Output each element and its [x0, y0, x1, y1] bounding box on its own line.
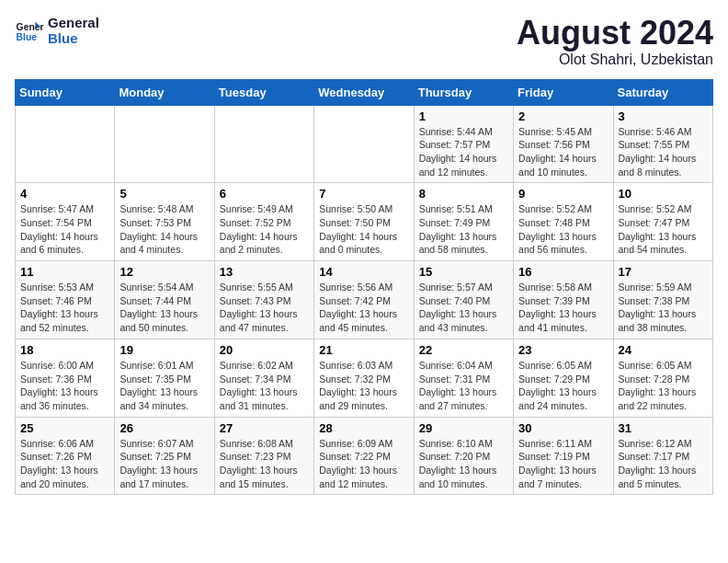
day-number: 30: [518, 421, 608, 435]
day-number: 13: [220, 265, 309, 279]
day-detail: Sunrise: 5:59 AMSunset: 7:38 PMDaylight:…: [619, 281, 708, 335]
day-cell: 24Sunrise: 6:05 AMSunset: 7:28 PMDayligh…: [613, 339, 712, 417]
weekday-header-saturday: Saturday: [613, 79, 712, 105]
day-cell: 13Sunrise: 5:55 AMSunset: 7:43 PMDayligh…: [214, 261, 313, 339]
day-cell: 4Sunrise: 5:47 AMSunset: 7:54 PMDaylight…: [16, 183, 115, 261]
day-number: 26: [119, 421, 209, 435]
day-cell: 11Sunrise: 5:53 AMSunset: 7:46 PMDayligh…: [16, 261, 115, 339]
day-detail: Sunrise: 5:54 AMSunset: 7:44 PMDaylight:…: [119, 281, 209, 335]
day-number: 2: [518, 109, 608, 123]
day-detail: Sunrise: 6:09 AMSunset: 7:22 PMDaylight:…: [319, 437, 408, 491]
day-detail: Sunrise: 5:44 AMSunset: 7:57 PMDaylight:…: [419, 125, 508, 179]
day-cell: 1Sunrise: 5:44 AMSunset: 7:57 PMDaylight…: [414, 105, 513, 183]
day-cell: 25Sunrise: 6:06 AMSunset: 7:26 PMDayligh…: [16, 417, 115, 495]
logo-line2: Blue: [48, 30, 99, 46]
day-cell: 5Sunrise: 5:48 AMSunset: 7:53 PMDaylight…: [115, 183, 214, 261]
day-number: 22: [419, 343, 508, 357]
day-number: 19: [119, 343, 209, 357]
location: Olot Shahri, Uzbekistan: [517, 52, 713, 68]
day-cell: 20Sunrise: 6:02 AMSunset: 7:34 PMDayligh…: [214, 339, 313, 417]
day-cell: 15Sunrise: 5:57 AMSunset: 7:40 PMDayligh…: [414, 261, 513, 339]
day-cell: 27Sunrise: 6:08 AMSunset: 7:23 PMDayligh…: [214, 417, 313, 495]
weekday-header-row: SundayMondayTuesdayWednesdayThursdayFrid…: [16, 79, 713, 105]
day-cell: 12Sunrise: 5:54 AMSunset: 7:44 PMDayligh…: [115, 261, 214, 339]
day-cell: 30Sunrise: 6:11 AMSunset: 7:19 PMDayligh…: [514, 417, 613, 495]
weekday-header-tuesday: Tuesday: [214, 79, 313, 105]
day-number: 24: [619, 343, 708, 357]
day-cell: 29Sunrise: 6:10 AMSunset: 7:20 PMDayligh…: [414, 417, 513, 495]
day-number: 23: [518, 343, 608, 357]
day-detail: Sunrise: 5:47 AMSunset: 7:54 PMDaylight:…: [20, 202, 109, 257]
week-row-4: 18Sunrise: 6:00 AMSunset: 7:36 PMDayligh…: [16, 339, 713, 417]
week-row-5: 25Sunrise: 6:06 AMSunset: 7:26 PMDayligh…: [16, 417, 713, 495]
day-detail: Sunrise: 6:11 AMSunset: 7:19 PMDaylight:…: [518, 437, 608, 491]
day-number: 9: [518, 187, 608, 201]
day-detail: Sunrise: 5:53 AMSunset: 7:46 PMDaylight:…: [20, 281, 109, 335]
day-detail: Sunrise: 5:49 AMSunset: 7:52 PMDaylight:…: [220, 202, 309, 257]
day-detail: Sunrise: 6:03 AMSunset: 7:32 PMDaylight:…: [319, 359, 408, 413]
week-row-1: 1Sunrise: 5:44 AMSunset: 7:57 PMDaylight…: [16, 105, 713, 183]
day-cell: 18Sunrise: 6:00 AMSunset: 7:36 PMDayligh…: [16, 339, 115, 417]
day-number: 7: [319, 187, 408, 201]
day-detail: Sunrise: 6:12 AMSunset: 7:17 PMDaylight:…: [619, 437, 708, 491]
weekday-header-friday: Friday: [514, 79, 613, 105]
day-cell: 17Sunrise: 5:59 AMSunset: 7:38 PMDayligh…: [613, 261, 712, 339]
logo-icon: General Blue: [15, 16, 44, 45]
day-number: 18: [20, 343, 109, 357]
day-cell: [16, 105, 115, 183]
svg-text:Blue: Blue: [17, 32, 38, 42]
day-number: 6: [220, 187, 309, 201]
weekday-header-sunday: Sunday: [16, 79, 115, 105]
day-detail: Sunrise: 5:52 AMSunset: 7:48 PMDaylight:…: [518, 202, 608, 257]
day-cell: 14Sunrise: 5:56 AMSunset: 7:42 PMDayligh…: [314, 261, 414, 339]
day-cell: 3Sunrise: 5:46 AMSunset: 7:55 PMDaylight…: [613, 105, 712, 183]
day-detail: Sunrise: 6:02 AMSunset: 7:34 PMDaylight:…: [220, 359, 309, 413]
day-number: 29: [419, 421, 508, 435]
day-cell: 26Sunrise: 6:07 AMSunset: 7:25 PMDayligh…: [115, 417, 214, 495]
day-cell: 10Sunrise: 5:52 AMSunset: 7:47 PMDayligh…: [613, 183, 712, 261]
day-detail: Sunrise: 5:45 AMSunset: 7:56 PMDaylight:…: [518, 125, 608, 179]
day-detail: Sunrise: 5:50 AMSunset: 7:50 PMDaylight:…: [319, 202, 408, 257]
day-number: 5: [119, 187, 209, 201]
week-row-2: 4Sunrise: 5:47 AMSunset: 7:54 PMDaylight…: [16, 183, 713, 261]
day-detail: Sunrise: 5:58 AMSunset: 7:39 PMDaylight:…: [518, 281, 608, 335]
day-detail: Sunrise: 5:56 AMSunset: 7:42 PMDaylight:…: [319, 281, 408, 335]
day-cell: 21Sunrise: 6:03 AMSunset: 7:32 PMDayligh…: [314, 339, 414, 417]
day-cell: 6Sunrise: 5:49 AMSunset: 7:52 PMDaylight…: [214, 183, 313, 261]
title-block: August 2024 Olot Shahri, Uzbekistan: [517, 15, 713, 68]
day-cell: [214, 105, 313, 183]
day-number: 17: [619, 265, 708, 279]
day-detail: Sunrise: 6:05 AMSunset: 7:28 PMDaylight:…: [619, 359, 708, 413]
day-number: 10: [619, 187, 708, 201]
logo: General Blue General Blue: [15, 15, 99, 46]
day-number: 14: [319, 265, 408, 279]
weekday-header-thursday: Thursday: [414, 79, 513, 105]
day-detail: Sunrise: 6:07 AMSunset: 7:25 PMDaylight:…: [119, 437, 209, 491]
day-number: 8: [419, 187, 508, 201]
day-detail: Sunrise: 6:05 AMSunset: 7:29 PMDaylight:…: [518, 359, 608, 413]
day-number: 4: [20, 187, 109, 201]
day-detail: Sunrise: 5:52 AMSunset: 7:47 PMDaylight:…: [619, 202, 708, 257]
day-number: 20: [220, 343, 309, 357]
day-detail: Sunrise: 6:04 AMSunset: 7:31 PMDaylight:…: [419, 359, 508, 413]
day-number: 31: [619, 421, 708, 435]
calendar-body: 1Sunrise: 5:44 AMSunset: 7:57 PMDaylight…: [16, 105, 713, 495]
day-number: 1: [419, 109, 508, 123]
day-cell: 2Sunrise: 5:45 AMSunset: 7:56 PMDaylight…: [514, 105, 613, 183]
calendar-table: SundayMondayTuesdayWednesdayThursdayFrid…: [15, 79, 713, 496]
day-number: 28: [319, 421, 408, 435]
day-detail: Sunrise: 5:55 AMSunset: 7:43 PMDaylight:…: [220, 281, 309, 335]
day-detail: Sunrise: 6:00 AMSunset: 7:36 PMDaylight:…: [20, 359, 109, 413]
day-detail: Sunrise: 6:06 AMSunset: 7:26 PMDaylight:…: [20, 437, 109, 491]
day-detail: Sunrise: 6:10 AMSunset: 7:20 PMDaylight:…: [419, 437, 508, 491]
day-cell: 8Sunrise: 5:51 AMSunset: 7:49 PMDaylight…: [414, 183, 513, 261]
day-cell: 9Sunrise: 5:52 AMSunset: 7:48 PMDaylight…: [514, 183, 613, 261]
day-cell: 19Sunrise: 6:01 AMSunset: 7:35 PMDayligh…: [115, 339, 214, 417]
day-cell: 16Sunrise: 5:58 AMSunset: 7:39 PMDayligh…: [514, 261, 613, 339]
day-number: 11: [20, 265, 109, 279]
weekday-header-monday: Monday: [115, 79, 214, 105]
weekday-header-wednesday: Wednesday: [314, 79, 414, 105]
day-cell: 28Sunrise: 6:09 AMSunset: 7:22 PMDayligh…: [314, 417, 414, 495]
week-row-3: 11Sunrise: 5:53 AMSunset: 7:46 PMDayligh…: [16, 261, 713, 339]
day-cell: 31Sunrise: 6:12 AMSunset: 7:17 PMDayligh…: [613, 417, 712, 495]
